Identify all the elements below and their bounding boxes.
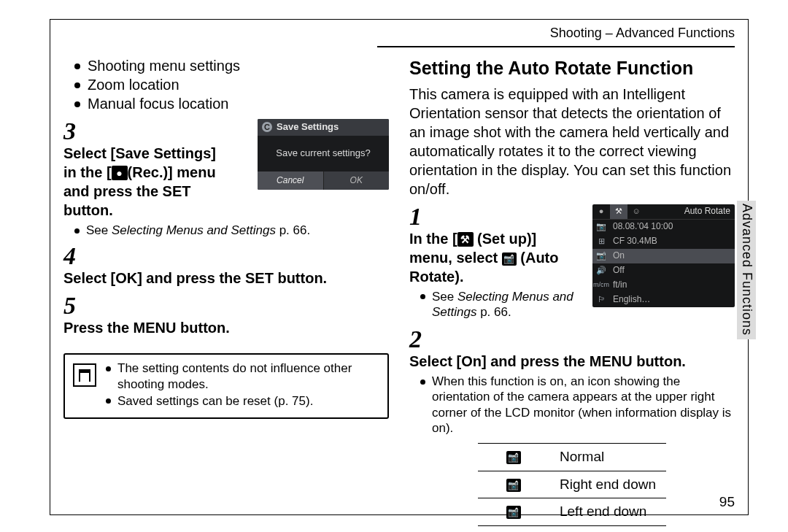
- step-5-text: Press the MENU button.: [63, 318, 367, 337]
- lcd2-row-icon: 📷: [592, 221, 610, 231]
- orientation-label: Normal: [549, 444, 666, 471]
- section-heading: Setting the Auto Rotate Function: [409, 56, 735, 80]
- lcd2-row-text: Off: [610, 265, 735, 277]
- lcd2-row-icon: 📷̂: [592, 250, 610, 261]
- step1-sub-pre: See: [432, 290, 457, 304]
- step-number: 3: [63, 119, 82, 144]
- step-number: 5: [63, 293, 82, 318]
- step-3: 3 Select [Save Settings] in the [●(Rec.)…: [63, 119, 250, 220]
- step-4-text: Select [OK] and press the SET button.: [63, 269, 367, 288]
- lcd2-tab-mycam: ☺: [627, 204, 645, 219]
- lcd2-tab-setup: ⚒: [610, 204, 627, 219]
- auto-rotate-icon: 📷̂: [502, 252, 517, 266]
- lcd1-ok: OK: [324, 171, 390, 190]
- page-number: 95: [719, 494, 735, 510]
- lcd1-cancel: Cancel: [258, 171, 324, 190]
- lcd1-prompt: Save current settings?: [258, 136, 389, 171]
- running-header: Shooting – Advanced Functions: [550, 26, 735, 41]
- list-item: Zoom location: [74, 75, 389, 94]
- left-column: Shooting menu settings Zoom location Man…: [63, 56, 389, 501]
- orientation-icon-right: 📷̂: [506, 479, 521, 492]
- lcd2-row-icon: 🏳: [592, 294, 610, 304]
- note-box: The setting contents do not influence ot…: [63, 353, 389, 419]
- step-5: 5 Press the MENU button.: [63, 293, 389, 337]
- step-2: 2 Select [On] and press the MENU button.: [409, 327, 735, 371]
- table-row: 📷̂Left end down: [478, 498, 666, 526]
- header-rule: [377, 46, 735, 47]
- step-2-subnote: When this function is on, an icon showin…: [420, 374, 735, 436]
- step2-sub-text: When this function is on, an icon showin…: [420, 374, 735, 436]
- lcd-setup-menu: Auto Rotate ● ⚒ ☺ 📷08.08.'04 10:00 ⊞CF 3…: [592, 204, 735, 307]
- list-item: Shooting menu settings: [74, 56, 389, 75]
- lcd-save-settings: CSave Settings Save current settings? Ca…: [258, 119, 389, 190]
- step-number: 2: [409, 327, 428, 352]
- lcd2-row-icon: 🔊: [592, 265, 610, 275]
- save-settings-retained-list: Shooting menu settings Zoom location Man…: [74, 56, 389, 113]
- page-frame: Shooting – Advanced Functions Shooting m…: [50, 19, 749, 515]
- orientation-icon-left: 📷̂: [506, 506, 521, 519]
- lcd2-row: 🔊Off: [592, 263, 735, 278]
- step-number: 4: [63, 244, 82, 269]
- rec-menu-icon: ●: [112, 166, 128, 180]
- table-row: 📷̂Right end down: [478, 471, 666, 498]
- lcd2-row-icon: ⊞: [592, 236, 610, 246]
- lcd1-title: Save Settings: [277, 121, 339, 134]
- step-2-text: Select [On] and press the MENU button.: [409, 352, 713, 371]
- lcd2-row: 🏳English…: [592, 293, 735, 307]
- step-number: 1: [409, 204, 428, 229]
- note-item: Saved settings can be reset (p. 75).: [106, 393, 380, 409]
- list-item: Manual focus location: [74, 94, 389, 113]
- setup-menu-icon: ⚒: [457, 232, 474, 247]
- step-3-subnote: See Selecting Menus and Settings p. 66.: [74, 223, 389, 238]
- lcd2-title: Auto Rotate: [684, 206, 730, 217]
- right-column: Setting the Auto Rotate Function This ca…: [409, 56, 735, 501]
- lcd2-row-text: On: [610, 250, 735, 262]
- lcd2-row-icon: m/cm: [592, 281, 610, 290]
- step-1: 1 In the [⚒ (Set up)] menu, select 📷̂ (A…: [409, 204, 585, 322]
- orientation-table: 📷̂Normal 📷̂Right end down 📷̂Left end dow…: [478, 443, 666, 526]
- orientation-icon-normal: 📷̂: [506, 451, 521, 464]
- lcd2-tab-rec: ●: [592, 204, 610, 219]
- step3-sub-em: Selecting Menus and Settings: [112, 223, 276, 237]
- step-1-subnote: See Selecting Menus and Settings p. 66.: [420, 289, 585, 320]
- step3-sub-suf: p. 66.: [276, 223, 310, 237]
- step-4: 4 Select [OK] and press the SET button.: [63, 244, 389, 288]
- orientation-label: Right end down: [549, 471, 666, 498]
- lcd2-row-text: English…: [610, 294, 735, 306]
- section-intro: This camera is equipped with an Intellig…: [409, 85, 735, 198]
- lcd2-row: ⊞CF 30.4MB: [592, 234, 735, 249]
- step3-sub-pre: See: [86, 223, 112, 237]
- lcd2-row-text: CF 30.4MB: [610, 236, 735, 247]
- orientation-label: Left end down: [549, 498, 666, 526]
- step1-a: In the [: [409, 231, 457, 247]
- note-item: The setting contents do not influence ot…: [106, 361, 380, 392]
- lcd2-row: m/cmft/in: [592, 278, 735, 293]
- lcd2-row-text: ft/in: [610, 280, 735, 291]
- thumb-tab-label: Advanced Functions: [739, 204, 754, 336]
- note-icon: [72, 363, 97, 387]
- lcd2-row-text: 08.08.'04 10:00: [610, 221, 735, 233]
- lcd2-row: 📷08.08.'04 10:00: [592, 220, 735, 234]
- lcd2-row-selected: 📷̂On: [592, 249, 735, 263]
- table-row: 📷̂Normal: [478, 444, 666, 471]
- thumb-tab: Advanced Functions: [737, 201, 756, 339]
- step1-sub-suf: p. 66.: [476, 305, 511, 319]
- c-mode-icon: C: [262, 122, 272, 132]
